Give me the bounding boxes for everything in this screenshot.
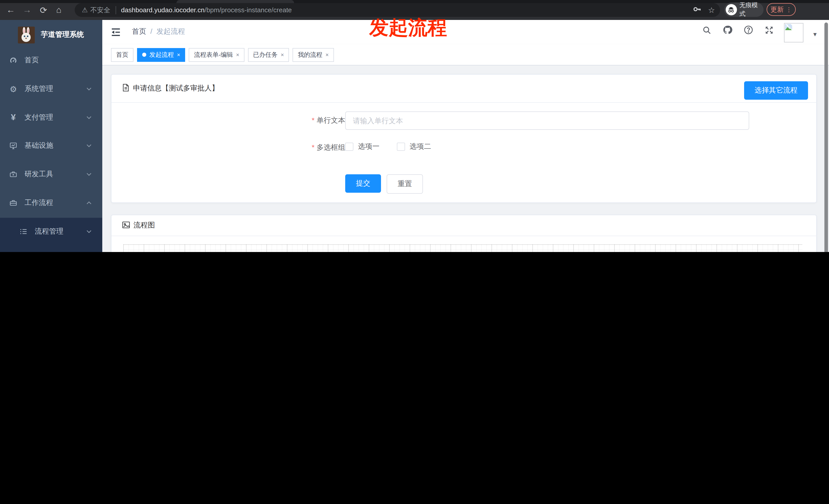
avatar-caret-icon[interactable]: ▼ [812, 31, 818, 37]
application-window: ← → ⟳ ⌂ ⚠ 不安全 dashboard.yudao.iocoder.cn… [0, 0, 829, 252]
browser-active-tab[interactable] [176, 0, 294, 3]
browser-home-button[interactable]: ⌂ [52, 4, 66, 17]
card-title: 流程图 [134, 221, 155, 230]
document-icon [122, 84, 130, 93]
password-key-icon[interactable] [693, 5, 701, 15]
incognito-badge: 无痕模式 [724, 3, 763, 17]
gear-icon: ⚙ [9, 85, 17, 93]
breadcrumb-separator: / [150, 27, 152, 35]
checkbox-option-1[interactable] [345, 143, 353, 151]
sidebar-item-workflow[interactable]: 工作流程 [0, 190, 102, 216]
single-line-text-input[interactable] [345, 111, 749, 130]
tag-label: 我的流程 [298, 50, 322, 59]
browser-tabstrip [0, 0, 829, 3]
monitor-icon [9, 142, 17, 150]
checkbox-label[interactable]: 选项一 [358, 142, 380, 151]
address-bar[interactable]: ⚠ 不安全 dashboard.yudao.iocoder.cn/bpm/pro… [75, 3, 720, 17]
field-label-text: *单行文本 [243, 116, 345, 125]
tag-label: 发起流程 [149, 50, 174, 59]
sidebar-item-label: 基础设施 [25, 141, 53, 150]
tag-label: 流程表单-编辑 [194, 50, 233, 59]
app-logo[interactable]: 芋道管理系统 [0, 20, 102, 49]
sidebar-item-label: 研发工具 [25, 170, 53, 179]
tag-label: 已办任务 [253, 50, 278, 59]
fullscreen-icon[interactable] [764, 25, 774, 37]
close-icon[interactable]: × [177, 52, 180, 58]
url-path: /bpm/process-instance/create [205, 6, 292, 14]
sidebar-item-system[interactable]: ⚙ 系统管理 [0, 76, 102, 102]
header-bar: 首页/发起流程 TT ▼ [102, 20, 829, 44]
close-icon[interactable]: × [236, 52, 239, 58]
chevron-down-icon [86, 115, 92, 121]
submit-button[interactable]: 提交 [345, 174, 381, 193]
close-icon[interactable]: × [326, 52, 329, 58]
breadcrumb-current: 发起流程 [156, 27, 185, 35]
search-icon[interactable] [702, 25, 711, 37]
tag-start-process[interactable]: 发起流程 × [137, 48, 185, 62]
sidebar-item-payment[interactable]: ¥ 支付管理 [0, 105, 102, 130]
browser-forward-button[interactable]: → [21, 4, 34, 17]
checkbox-label[interactable]: 选项二 [410, 142, 431, 151]
checkbox-option-2[interactable] [397, 143, 405, 151]
sidebar-item-label: 支付管理 [25, 113, 53, 122]
field-label-checkbox-group: *多选框组 [243, 143, 345, 152]
page-scrollbar[interactable] [824, 23, 828, 252]
flow-diagram-card: 流程图 [111, 215, 817, 252]
briefcase-icon [9, 199, 17, 207]
chevron-down-icon [86, 143, 92, 149]
tags-view-bar: 首页 发起流程 × 流程表单-编辑 × 已办任务 × 我的流程 × [102, 44, 829, 66]
bookmark-star-icon[interactable]: ☆ [708, 5, 715, 14]
browser-reload-button[interactable]: ⟳ [37, 4, 50, 17]
not-secure-label: 不安全 [90, 5, 110, 14]
chevron-down-icon [86, 86, 92, 92]
tag-my-processes[interactable]: 我的流程 × [293, 48, 334, 62]
main-content: 申请信息【测试多审批人】 选择其它流程 *单行文本 *多选框组 选项一 选项二 … [102, 66, 829, 252]
logo-avatar [18, 26, 35, 43]
update-label: 更新 [770, 5, 784, 14]
sidebar-item-dev-tools[interactable]: 研发工具 [0, 161, 102, 187]
sidebar-item-label: 首页 [25, 56, 39, 65]
tag-label: 首页 [116, 50, 129, 59]
sidebar-item-label: 系统管理 [25, 84, 53, 93]
avatar[interactable] [784, 23, 803, 42]
tag-process-form-edit[interactable]: 流程表单-编辑 × [189, 48, 245, 62]
close-icon[interactable]: × [281, 52, 284, 58]
chevron-up-icon [86, 200, 92, 206]
required-asterisk: * [312, 143, 315, 151]
chevron-down-icon [86, 229, 92, 235]
reset-button[interactable]: 重置 [387, 174, 423, 194]
application-info-card: 申请信息【测试多审批人】 选择其它流程 *单行文本 *多选框组 选项一 选项二 … [111, 74, 817, 203]
incognito-icon [726, 4, 737, 15]
browser-update-button[interactable]: 更新 ⋮ [767, 3, 796, 16]
browser-menu-icon[interactable]: ⋮ [786, 6, 792, 12]
sidebar-item-home[interactable]: 首页 [0, 47, 102, 73]
sidebar-item-label: 流程管理 [35, 227, 63, 236]
sidebar-item-task-management[interactable]: 任务管理 [0, 247, 102, 252]
sidebar-item-infrastructure[interactable]: 基础设施 [0, 133, 102, 158]
active-dot [142, 53, 146, 57]
browser-back-button[interactable]: ← [4, 4, 17, 17]
sidebar: 芋道管理系统 首页 ⚙ 系统管理 ¥ 支付管理 基础设施 研发工具 [0, 20, 102, 252]
tag-home[interactable]: 首页 [111, 48, 134, 62]
url-host: dashboard.yudao.iocoder.cn [121, 6, 205, 14]
card-title: 申请信息【测试多审批人】 [133, 84, 219, 93]
github-icon[interactable] [723, 25, 732, 37]
sidebar-item-process-management[interactable]: 流程管理 [0, 219, 102, 244]
annotation-text: 发起流程 [369, 18, 447, 37]
app-title: 芋道管理系统 [41, 30, 84, 39]
chevron-down-icon [86, 171, 92, 178]
help-icon[interactable] [744, 25, 753, 37]
yen-icon: ¥ [9, 114, 17, 122]
bpmn-canvas[interactable]: 1.1 1.2 [123, 244, 802, 252]
bpmn-diagram: 1.1 1.2 [123, 244, 802, 252]
flow-list-icon [20, 228, 28, 236]
choose-other-process-button[interactable]: 选择其它流程 [744, 81, 808, 100]
not-secure-icon: ⚠ [82, 6, 88, 14]
sidebar-collapse-icon[interactable] [111, 28, 121, 39]
dashboard-icon [9, 56, 17, 65]
breadcrumb-home[interactable]: 首页 [132, 27, 146, 35]
incognito-label: 无痕模式 [739, 1, 763, 18]
tag-done-tasks[interactable]: 已办任务 × [248, 48, 289, 62]
required-asterisk: * [312, 116, 315, 124]
image-icon [122, 221, 130, 230]
